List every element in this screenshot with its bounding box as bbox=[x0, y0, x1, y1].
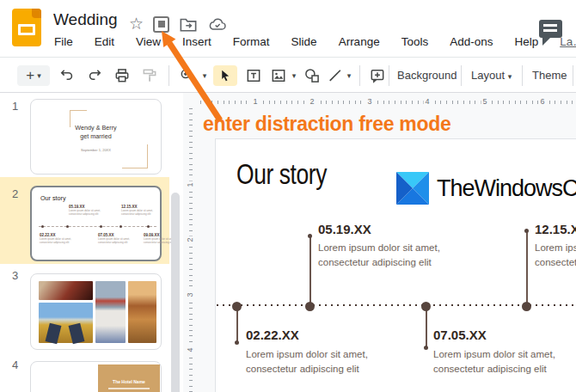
vertical-ruler: 1 2 3 4 bbox=[185, 108, 197, 392]
horizontal-ruler: 1 2 3 4 5 6 bbox=[200, 96, 576, 108]
logo-fold bbox=[32, 9, 41, 18]
distraction-free-mode-icon[interactable] bbox=[153, 16, 169, 33]
mini-event: 07.05.XX Lorem ipsum dolor sit amet, con… bbox=[98, 233, 136, 244]
mini-dot bbox=[147, 225, 150, 228]
mini-dot bbox=[100, 225, 102, 228]
slide-3-thumbnail[interactable] bbox=[30, 273, 162, 350]
document-title[interactable]: Wedding bbox=[53, 10, 118, 29]
timeline-desc[interactable]: Lorem ipsum dolor sit amet, consectetur … bbox=[318, 241, 440, 269]
header: Wedding ☆ File Edit View Insert Format S… bbox=[0, 0, 576, 58]
shape-tool[interactable] bbox=[301, 65, 323, 86]
menu-view[interactable]: View bbox=[136, 35, 161, 48]
toolbar-divider bbox=[573, 65, 573, 86]
timeline-date[interactable]: 02.22.XX bbox=[246, 328, 299, 342]
new-slide-button[interactable]: + ▾ bbox=[17, 65, 50, 86]
mini-event: 12.15.XX Lorem ipsum dolor sit amet, con… bbox=[121, 205, 159, 216]
comments-icon[interactable] bbox=[539, 20, 562, 38]
toolbar-divider bbox=[461, 65, 462, 86]
mini-dot bbox=[41, 225, 44, 228]
slide-filmstrip: 1 Wendy & Berry get married September 1,… bbox=[0, 93, 183, 392]
mini-dot bbox=[66, 225, 69, 228]
timeline-date[interactable]: 12.15.XX bbox=[535, 222, 576, 236]
timeline-dot bbox=[305, 302, 315, 311]
slide-4-thumbnail[interactable]: The Hotel Name bbox=[30, 361, 162, 392]
chevron-down-icon: ▾ bbox=[508, 72, 512, 81]
toolbar-divider bbox=[522, 65, 523, 86]
toolbar: + ▾ ▾ ▾ bbox=[0, 58, 576, 93]
toolbar-divider bbox=[389, 65, 389, 86]
google-slides-app: Wedding ☆ File Edit View Insert Format S… bbox=[0, 0, 576, 392]
cloud-saved-icon[interactable] bbox=[207, 15, 228, 33]
paint-format-icon[interactable] bbox=[139, 65, 160, 86]
star-icon[interactable]: ☆ bbox=[129, 15, 144, 33]
plus-icon: + bbox=[26, 67, 34, 84]
toolbar-divider bbox=[169, 65, 169, 86]
line-caret[interactable]: ▾ bbox=[344, 65, 354, 86]
slide-title[interactable]: Our story bbox=[236, 158, 327, 191]
mini-timeline-line bbox=[39, 226, 156, 227]
line-tool[interactable] bbox=[325, 65, 346, 86]
thewindowsclub-logo-icon bbox=[395, 171, 430, 205]
toolbar-divider bbox=[359, 65, 360, 86]
timeline-desc[interactable]: Lorem ipsum dolor sit amet, consectetur … bbox=[433, 347, 555, 376]
mini-event: 05.19.XX Lorem ipsum dolor sit amet, con… bbox=[69, 205, 107, 216]
photo-crowd-backpack bbox=[95, 281, 126, 343]
chevron-down-icon: ▾ bbox=[37, 71, 41, 80]
thumb-2-title: Our story bbox=[40, 194, 66, 202]
menu-file[interactable]: File bbox=[54, 35, 73, 48]
timeline-desc[interactable]: Lorem ipsum dolor sit amet, consectetur … bbox=[246, 347, 368, 376]
text-box-tool[interactable] bbox=[242, 65, 265, 86]
hotel-name-label: The Hotel Name bbox=[98, 379, 160, 384]
slide-2-thumbnail[interactable]: Our story 05.19.XX Lorem ipsum dolor sit… bbox=[30, 186, 162, 261]
select-tool-button[interactable] bbox=[213, 65, 237, 86]
logo-inner-rect bbox=[18, 24, 35, 35]
timeline-desc[interactable]: Lorem ipsum dolor sit amet, consectetur … bbox=[535, 241, 576, 269]
hotel-color-block: The Hotel Name bbox=[98, 364, 160, 392]
photo-couple-bench bbox=[128, 281, 156, 343]
print-icon[interactable] bbox=[112, 65, 132, 86]
slide-4-number: 4 bbox=[12, 358, 28, 371]
menu-bar: File Edit View Insert Format Slide Arran… bbox=[54, 35, 576, 48]
thumb-1-subtitle: September 1, 20XX bbox=[31, 148, 161, 152]
slides-logo-icon[interactable] bbox=[12, 9, 41, 46]
annotation-text: enter distraction free mode bbox=[203, 113, 450, 136]
menu-addons[interactable]: Add-ons bbox=[450, 35, 493, 48]
undo-button[interactable] bbox=[57, 65, 77, 86]
menu-insert[interactable]: Insert bbox=[182, 35, 211, 48]
menu-edit[interactable]: Edit bbox=[95, 35, 114, 48]
timeline-dot bbox=[421, 302, 431, 311]
menu-slide[interactable]: Slide bbox=[291, 35, 317, 48]
image-caret[interactable]: ▾ bbox=[289, 65, 299, 86]
background-button[interactable]: Background bbox=[397, 69, 457, 82]
insert-image-tool[interactable] bbox=[268, 65, 289, 86]
zoom-caret[interactable]: ▾ bbox=[199, 65, 210, 86]
timeline-dot bbox=[232, 302, 242, 311]
slide-2-number: 2 bbox=[12, 187, 28, 200]
timeline-connector bbox=[526, 232, 528, 306]
zoom-icon[interactable] bbox=[177, 65, 198, 86]
theme-button[interactable]: Theme bbox=[532, 69, 567, 82]
timeline-connector bbox=[309, 237, 311, 306]
menu-last-edit[interactable]: La… bbox=[560, 35, 576, 48]
slide-3-number: 3 bbox=[12, 269, 28, 282]
hotel-subline bbox=[108, 388, 150, 389]
menu-arrange[interactable]: Arrange bbox=[339, 35, 380, 48]
slide-1-thumbnail[interactable]: Wendy & Berry get married September 1, 2… bbox=[30, 99, 162, 175]
menu-tools[interactable]: Tools bbox=[401, 35, 429, 48]
mini-dot bbox=[119, 225, 122, 228]
filmstrip-scrollbar[interactable] bbox=[171, 193, 180, 392]
timeline-end-dot bbox=[235, 340, 239, 345]
timeline-date[interactable]: 05.19.XX bbox=[318, 222, 371, 236]
timeline-end-dot bbox=[424, 346, 428, 350]
photo-hand bbox=[39, 281, 93, 300]
timeline-date[interactable]: 07.05.XX bbox=[433, 328, 487, 342]
mini-event: 02.22.XX Lorem ipsum dolor sit amet, con… bbox=[40, 233, 77, 244]
watermark-text: TheWindowsClub bbox=[437, 175, 576, 202]
move-folder-icon[interactable] bbox=[179, 15, 198, 33]
menu-help[interactable]: Help bbox=[514, 35, 538, 48]
layout-button[interactable]: Layout ▾ bbox=[471, 69, 512, 82]
redo-button[interactable] bbox=[84, 65, 105, 86]
insert-comment-tool[interactable] bbox=[366, 65, 389, 86]
menu-format[interactable]: Format bbox=[233, 35, 270, 48]
title-icons: ☆ bbox=[129, 15, 228, 33]
